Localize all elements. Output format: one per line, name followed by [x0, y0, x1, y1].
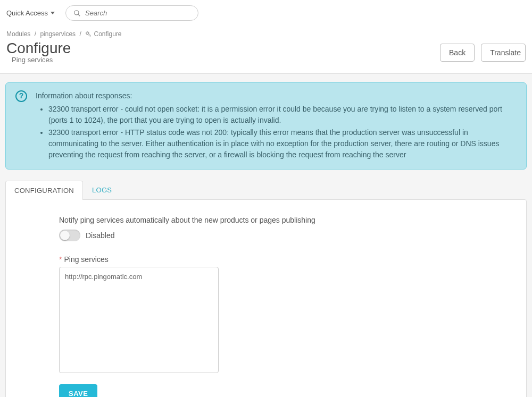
quick-access-dropdown[interactable]: Quick Access — [6, 9, 55, 17]
breadcrumb-item[interactable]: Modules — [6, 30, 30, 38]
required-asterisk: * — [59, 255, 62, 264]
info-alert: ? Information about responses: 32300 tra… — [5, 82, 527, 170]
help-icon: ? — [15, 90, 27, 102]
config-panel: Notify ping services automatically about… — [5, 199, 527, 397]
header-actions: Back Translate — [440, 44, 526, 62]
breadcrumb: Modules / pingservices / Configure — [0, 26, 532, 40]
breadcrumb-item[interactable]: pingservices — [40, 30, 76, 38]
info-item: 32300 transport error - could not open s… — [48, 104, 518, 126]
svg-point-0 — [74, 10, 79, 14]
notify-toggle-row: Disabled — [59, 230, 478, 241]
page-header: Configure Ping services Back Translate — [0, 40, 532, 74]
tabs: CONFIGURATION LOGS — [5, 180, 527, 199]
notify-toggle[interactable] — [59, 230, 80, 241]
content-area: ? Information about responses: 32300 tra… — [0, 74, 532, 397]
ping-services-textarea[interactable]: http://rpc.pingomatic.com — [59, 267, 219, 373]
ping-services-label: *Ping services — [59, 255, 478, 264]
page-subtitle: Ping services — [12, 56, 71, 64]
caret-down-icon — [51, 12, 55, 14]
info-item: 32300 transport error - HTTP status code… — [48, 127, 518, 161]
quick-access-label: Quick Access — [6, 9, 48, 17]
notify-description: Notify ping services automatically about… — [59, 216, 478, 224]
wrench-icon — [85, 31, 91, 38]
svg-line-1 — [78, 14, 80, 16]
breadcrumb-current: Configure — [94, 30, 121, 38]
back-button[interactable]: Back — [440, 44, 475, 62]
search-box[interactable] — [65, 5, 198, 21]
search-icon — [73, 10, 81, 17]
toggle-knob — [60, 231, 70, 240]
tab-logs[interactable]: LOGS — [83, 180, 121, 199]
top-bar: Quick Access — [0, 0, 532, 26]
save-button[interactable]: SAVE — [59, 384, 97, 397]
notify-toggle-state: Disabled — [86, 231, 114, 240]
search-input[interactable] — [85, 9, 190, 17]
page-title: Configure — [6, 40, 71, 57]
tab-configuration[interactable]: CONFIGURATION — [5, 181, 83, 200]
breadcrumb-separator: / — [79, 30, 81, 38]
ping-services-label-text: Ping services — [64, 255, 108, 264]
translate-button[interactable]: Translate — [481, 44, 526, 62]
breadcrumb-separator: / — [35, 30, 36, 38]
info-title: Information about responses: — [36, 90, 518, 102]
